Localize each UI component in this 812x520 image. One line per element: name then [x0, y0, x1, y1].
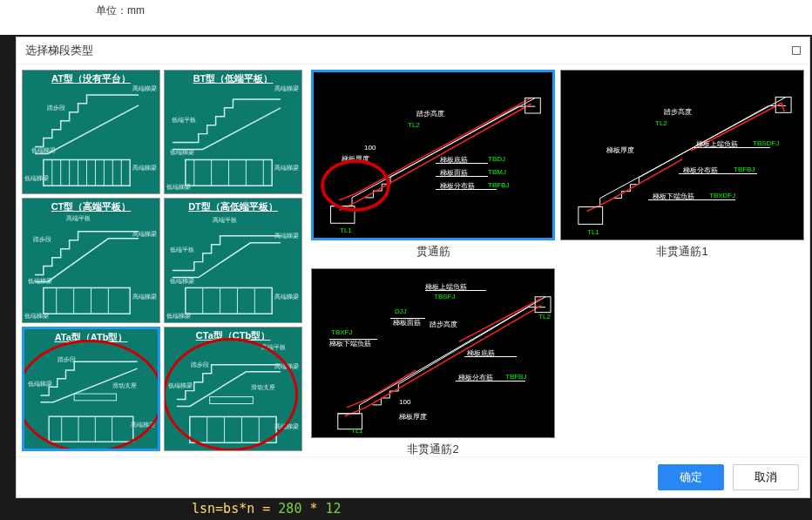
stair-type-ata[interactable]: ATa型（ATb型） 踏步段 低端梯梁 滑动支座 高端梯梁 [22, 327, 160, 451]
stair-type-at[interactable]: AT型（没有平台） 高端梯梁 踏步段 低端梯梁 低端梯梁 高端梯梁 [22, 70, 160, 194]
detail-diagram: 踏步高度 TL2 100 梯板厚度 梯板底筋 TBDJ 梯板面筋 TBMJ 梯板… [311, 70, 555, 240]
stair-sketch-bt [168, 86, 298, 190]
card-title: CTa型（CTb型） [165, 328, 301, 344]
stair-sketch-ata [28, 345, 154, 446]
detail-svg [561, 71, 803, 240]
card-title: CT型（高端平板） [23, 199, 159, 215]
code-line: lsn=bs*n = 280 * 12 [192, 501, 342, 517]
detail-non-through-1[interactable]: 踏步高度 TL2 梯板厚度 梯板上端负筋 TBSDFJ 梯板分布筋 TBFBJ … [560, 70, 804, 263]
dialog-footer: 确定 取消 [17, 456, 809, 497]
detail-label: 非贯通筋1 [653, 240, 711, 263]
svg-rect-26 [74, 394, 116, 401]
stair-type-dt[interactable]: DT型（高低端平板） 高端平板 低端平板 高端梯梁 低端梯梁 低端梯梁 高端梯梁 [164, 198, 302, 322]
background-toolbar: 单位：mm [0, 0, 812, 35]
detail-diagram: 梯板上端负筋 TBSFJ DJJ 梯板面筋 踏步高度 TBXFJ 梯板下端负筋 … [311, 268, 555, 438]
dialog-title-text: 选择梯段类型 [25, 43, 93, 58]
svg-rect-43 [535, 297, 551, 313]
stair-type-grid: AT型（没有平台） 高端梯梁 踏步段 低端梯梁 低端梯梁 高端梯梁 [22, 70, 302, 451]
maximize-icon[interactable] [792, 46, 801, 55]
select-stair-type-dialog: 选择梯段类型 AT型（没有平台） 高端梯梁 踏步段 低端梯 [16, 37, 810, 498]
detail-label: 非贯通筋2 [403, 438, 462, 456]
detail-grid: 踏步高度 TL2 100 梯板厚度 梯板底筋 TBDJ 梯板面筋 TBMJ 梯板… [311, 70, 804, 451]
card-title: ATa型（ATb型） [24, 329, 158, 346]
svg-rect-21 [186, 288, 272, 314]
dialog-titlebar: 选择梯段类型 [17, 37, 809, 64]
detail-through-rebar[interactable]: 踏步高度 TL2 100 梯板厚度 梯板底筋 TBDJ 梯板面筋 TBMJ 梯板… [311, 70, 555, 263]
detail-non-through-2[interactable]: 梯板上端负筋 TBSFJ DJJ 梯板面筋 踏步高度 TBXFJ 梯板下端负筋 … [311, 268, 555, 456]
svg-rect-33 [190, 416, 276, 442]
unit-label: 单位：mm [96, 4, 145, 17]
stair-type-cta[interactable]: CTa型（CTb型） 高端平板 踏步段 高端梯梁 低端梯梁 滑动支座 高端梯梁 [164, 327, 302, 451]
cancel-button[interactable]: 取消 [733, 464, 799, 490]
detail-svg [312, 269, 554, 437]
card-title: DT型（高低端平板） [165, 199, 301, 215]
dialog-body: AT型（没有平台） 高端梯梁 踏步段 低端梯梁 低端梯梁 高端梯梁 [17, 64, 809, 456]
detail-diagram: 踏步高度 TL2 梯板厚度 梯板上端负筋 TBSDFJ 梯板分布筋 TBFBJ … [560, 70, 804, 240]
stair-sketch-dt [168, 214, 298, 318]
ok-button[interactable]: 确定 [658, 464, 724, 490]
stair-type-ct[interactable]: CT型（高端平板） 高端平板 踏步段 高端梯梁 低端梯梁 低端梯梁 高端梯梁 [22, 198, 160, 322]
detail-label: 贯通筋 [413, 240, 454, 263]
stair-type-bt[interactable]: BT型（低端平板） 高端梯梁 低端平板 低端梯梁 低端梯梁 高端梯梁 [164, 70, 302, 194]
svg-rect-32 [210, 396, 254, 403]
